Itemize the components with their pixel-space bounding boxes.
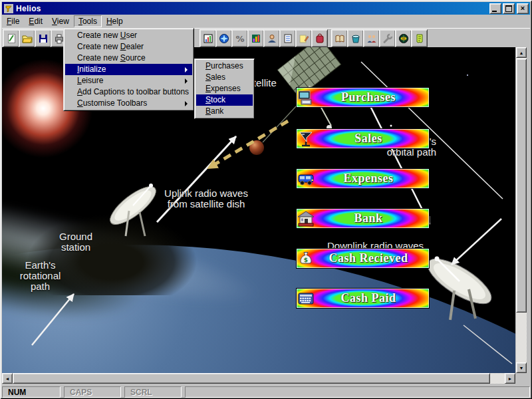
path-line (464, 325, 512, 364)
red-book-icon (315, 33, 325, 44)
menu-item-customise-toolbars[interactable]: Customise Toolbars (65, 98, 192, 109)
scroll-up-button[interactable]: ▲ (516, 47, 527, 58)
maximize-icon (505, 5, 512, 12)
car-icon (297, 170, 315, 188)
list-button[interactable] (279, 29, 296, 47)
expenses-button[interactable]: Expenses (296, 168, 430, 189)
menu-file[interactable]: File (2, 15, 24, 27)
people-button[interactable] (363, 29, 380, 47)
notepad-icon (299, 33, 309, 44)
submenu-item-bank[interactable]: Bank (196, 106, 253, 117)
open-folder-icon (22, 33, 33, 44)
compass-icon (219, 33, 229, 44)
wrench-icon (382, 33, 393, 44)
percent-icon: % (235, 33, 245, 44)
purchases-label: Purchases (315, 90, 429, 104)
notepad-button[interactable] (295, 29, 312, 47)
minimize-icon (492, 11, 497, 12)
horizontal-scrollbar[interactable]: ◄ ► (2, 373, 515, 384)
wrench-button[interactable] (379, 29, 396, 47)
menu-item-create-new-user[interactable]: Create new User (65, 30, 192, 41)
menu-tools[interactable]: Tools (74, 15, 102, 27)
menu-item-create-new-dealer[interactable]: Create new Dealer (65, 41, 192, 53)
rotation-arrow (32, 294, 74, 345)
status-caps: CAPS (64, 386, 121, 398)
globe-money-button[interactable] (395, 29, 412, 47)
bucket-icon (350, 33, 361, 44)
save-button[interactable] (35, 29, 51, 47)
open-book-icon (334, 33, 345, 44)
bucket-button[interactable] (347, 29, 364, 47)
horizontal-scroll-thumb[interactable] (13, 373, 490, 384)
list-icon (283, 33, 293, 44)
close-button[interactable]: × (517, 3, 529, 14)
star-dot (390, 125, 392, 127)
menu-item-create-new-source[interactable]: Create new Source (65, 53, 192, 64)
purchases-button[interactable]: Purchases (296, 87, 430, 108)
sales-label: Sales (315, 132, 429, 146)
menu-view[interactable]: View (47, 15, 74, 27)
submenu-item-expenses[interactable]: Expenses (196, 83, 253, 94)
ground-station-label: Ground station (52, 231, 100, 253)
user-icon (267, 33, 277, 44)
open-book-button[interactable] (331, 29, 348, 47)
right-arrow-icon: ► (508, 376, 513, 381)
menu-item-initialize[interactable]: Initialize (65, 64, 192, 75)
menu-help[interactable]: Help (102, 15, 128, 27)
vertical-scroll-thumb[interactable] (516, 59, 527, 313)
app-icon (4, 4, 13, 13)
cash-paid-button[interactable]: Cash Paid (296, 288, 430, 309)
globe-money-icon (398, 33, 409, 44)
cash-received-button[interactable]: $ Cash Recieved (296, 248, 430, 269)
open-button[interactable] (19, 29, 35, 47)
menu-bar: File Edit View Tools Help (2, 15, 530, 27)
menu-item-add-captions[interactable]: Add Captions to toolbar buttons (65, 86, 192, 98)
red-book-button[interactable] (311, 29, 328, 47)
submenu-item-sales[interactable]: Sales (196, 72, 253, 83)
window-title: Helios (16, 4, 488, 13)
funnel-icon (297, 130, 315, 148)
down-arrow-icon: ▼ (519, 366, 524, 370)
percent-button[interactable]: % (231, 29, 248, 47)
star-dot (467, 74, 468, 76)
app-window: Helios × File Edit View Tools Help % (0, 0, 532, 399)
cash-received-label: Cash Recieved (315, 251, 429, 265)
computer-icon (297, 89, 315, 106)
uplink-label: Uplink radio waves from satellite dish (143, 188, 269, 209)
sales-button[interactable]: Sales (296, 128, 430, 149)
submenu-item-purchases[interactable]: Purchases (196, 61, 253, 72)
svg-text:%: % (235, 33, 244, 43)
vertical-scrollbar[interactable]: ▲ ▼ (516, 47, 527, 373)
expenses-label: Expenses (315, 172, 429, 186)
menu-edit[interactable]: Edit (24, 15, 47, 27)
minimize-button[interactable] (489, 3, 501, 14)
submenu-arrow-icon (185, 78, 188, 84)
up-arrow-icon: ▲ (519, 51, 524, 55)
submenu-item-stock[interactable]: Stock (196, 94, 253, 106)
notes-button[interactable] (411, 29, 428, 47)
graph-button[interactable] (247, 29, 264, 47)
compass-button[interactable] (215, 29, 232, 47)
rotation-label: Earth's rotational path (5, 260, 75, 292)
menu-item-leisure[interactable]: Leisure (65, 75, 192, 86)
svg-text:$: $ (304, 256, 308, 263)
status-bar: NUM CAPS SCRL (2, 385, 530, 398)
maximize-button[interactable] (503, 3, 515, 14)
user-button[interactable] (263, 29, 280, 47)
bank-button[interactable]: Bank (296, 208, 430, 229)
status-num: NUM (2, 386, 61, 398)
status-scrl: SCRL (124, 386, 182, 398)
submenu-arrow-icon (185, 101, 188, 106)
orbital-arrow (452, 219, 501, 265)
ground-dish-right (422, 251, 497, 320)
title-bar: Helios × (2, 2, 530, 15)
status-filler (185, 386, 530, 398)
scroll-right-button[interactable]: ► (505, 373, 515, 384)
scroll-down-button[interactable]: ▼ (516, 362, 527, 373)
left-arrow-icon: ◄ (5, 376, 10, 381)
notes-icon (414, 33, 425, 44)
bank-icon (297, 210, 315, 227)
new-button[interactable] (3, 29, 19, 47)
scroll-left-button[interactable]: ◄ (2, 373, 13, 384)
chart-button[interactable] (200, 29, 216, 47)
